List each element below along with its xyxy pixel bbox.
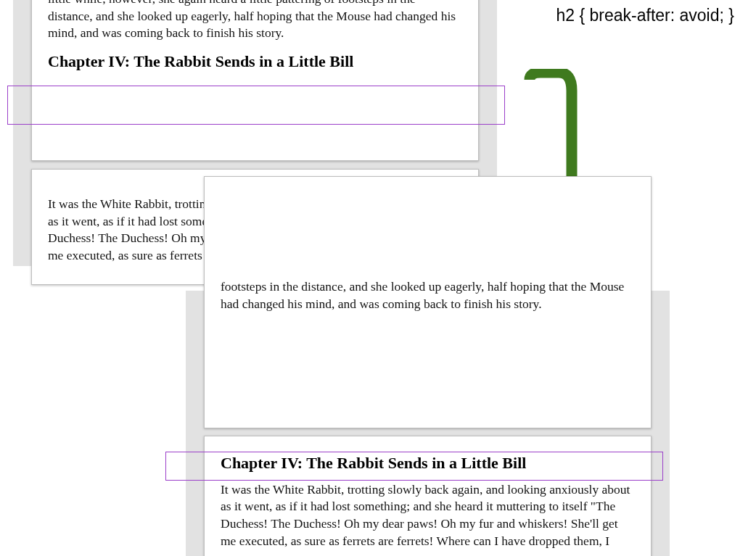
chapter-heading: Chapter IV: The Rabbit Sends in a Little… <box>221 452 635 474</box>
following-paragraph: It was the White Rabbit, trotting slowly… <box>221 481 635 550</box>
after-page-2: Chapter IV: The Rabbit Sends in a Little… <box>204 436 652 556</box>
after-page-1: footsteps in the distance, and she looke… <box>204 176 652 428</box>
before-page-1: little while, however, she again heard a… <box>31 0 479 161</box>
chapter-heading: Chapter IV: The Rabbit Sends in a Little… <box>48 51 462 72</box>
preceding-paragraph: footsteps in the distance, and she looke… <box>221 278 635 312</box>
preceding-paragraph: little while, however, she again heard a… <box>48 0 462 42</box>
after-viewport: footsteps in the distance, and she looke… <box>186 291 670 556</box>
css-rule-label: h2 { break-after: avoid; } <box>556 6 735 25</box>
